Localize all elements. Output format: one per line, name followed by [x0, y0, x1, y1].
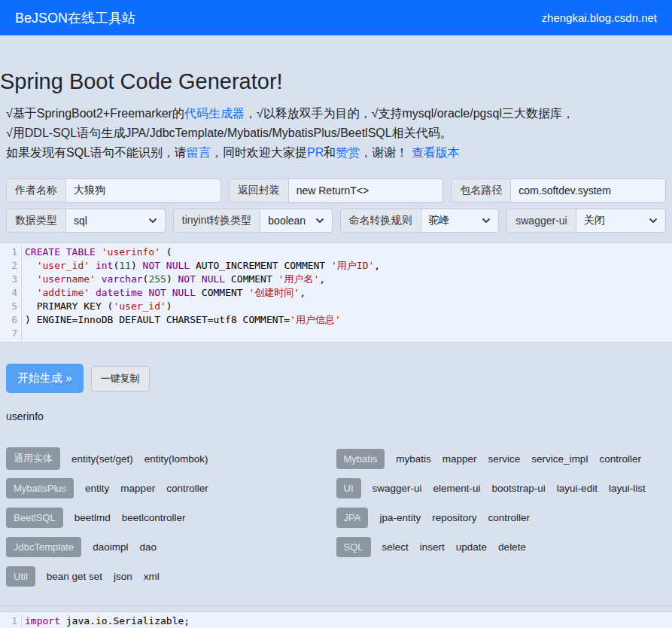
- swagger-ui-group: swagger-ui关闭: [506, 209, 666, 233]
- line-number: 5: [0, 300, 22, 313]
- sql-editor[interactable]: 1CREATE TABLE 'userinfo' (2 'user_id' in…: [0, 242, 672, 343]
- package-path-input[interactable]: [511, 178, 666, 203]
- common-entity-link-entity-lombok-[interactable]: entity(lombok): [144, 453, 208, 465]
- line-number: 6: [0, 313, 22, 327]
- code-content: [22, 327, 25, 340]
- copy-button[interactable]: 一键复制: [91, 366, 150, 392]
- generator-group-sql: SQLselectinsertupdatedelete: [336, 536, 667, 557]
- ui-link-element-ui[interactable]: element-ui: [433, 483, 481, 494]
- swagger-ui-selected-value: 关闭: [584, 214, 605, 227]
- intro-segment: 如果发现有SQL语句不能识别，请: [6, 146, 187, 159]
- code-content: 'user_id' int(11) NOT NULL AUTO_INCREMEN…: [22, 259, 380, 273]
- mybatis-badge: Mybatis: [336, 449, 385, 469]
- line-number: 7: [0, 327, 22, 340]
- return-wrapper-input[interactable]: [289, 178, 444, 203]
- code-line: 5 PRIMARY KEY ('user_id'): [0, 300, 672, 313]
- author-name-input[interactable]: [66, 178, 221, 203]
- tinyint-convert-type-selected-value: boolean: [268, 215, 306, 227]
- jpa-link-repository[interactable]: repository: [432, 512, 476, 523]
- data-type-select[interactable]: sql: [66, 209, 166, 233]
- mybatis-link-controller[interactable]: controller: [599, 453, 641, 465]
- generator-groups: 通用实体entity(set/get)entity(lombok)Mybatis…: [6, 448, 666, 595]
- mybatis-link-mybatis[interactable]: mybatis: [396, 453, 431, 465]
- action-bar: 开始生成 » 一键复制: [6, 364, 666, 393]
- jdbctemplate-link-dao[interactable]: dao: [140, 541, 157, 553]
- naming-rule-selected-value: 驼峰: [429, 214, 450, 227]
- ui-link-swagger-ui[interactable]: swagger-ui: [372, 483, 422, 494]
- generator-groups-right: Mybatismybatismapperserviceservice_implc…: [336, 448, 667, 595]
- form-row-2: 数据类型sqltinyint转换类型boolean命名转换规则驼峰swagger…: [6, 209, 666, 233]
- mybatisplus-link-controller[interactable]: controller: [166, 483, 208, 494]
- line-number: 2: [0, 259, 22, 273]
- intro-line: √基于SpringBoot2+Freemarker的代码生成器，√以释放双手为目…: [6, 104, 666, 123]
- beetlsql-link-beetlcontroller[interactable]: beetlcontroller: [122, 512, 186, 523]
- mybatis-link-service-impl[interactable]: service_impl: [531, 453, 588, 465]
- intro-link[interactable]: 查看版本: [412, 146, 460, 159]
- generator-group-beetlsql: BeetlSQLbeetlmdbeetlcontroller: [6, 507, 336, 528]
- code-line: 4 'addtime' datetime NOT NULL COMMENT '创…: [0, 286, 672, 300]
- mybatis-link-mapper[interactable]: mapper: [442, 453, 477, 465]
- code-content: 'username' varchar(255) NOT NULL COMMENT…: [22, 273, 325, 286]
- tinyint-convert-type-label: tinyint转换类型: [173, 209, 261, 233]
- code-content: PRIMARY KEY ('user_id'): [22, 300, 172, 313]
- jpa-link-jpa-entity[interactable]: jpa-entity: [379, 512, 421, 523]
- jpa-badge: JPA: [336, 508, 369, 528]
- intro-segment: ，同时欢迎大家提: [211, 146, 307, 159]
- ui-link-bootstrap-ui[interactable]: bootstrap-ui: [492, 483, 546, 494]
- form-row-1: 作者名称返回封装包名路径: [6, 178, 666, 203]
- naming-rule-select[interactable]: 驼峰: [421, 209, 500, 233]
- sql-link-select[interactable]: select: [382, 541, 409, 553]
- mybatisplus-link-entity[interactable]: entity: [85, 483, 109, 494]
- jdbctemplate-badge: JdbcTemplate: [6, 537, 81, 557]
- return-wrapper-label: 返回封装: [229, 178, 289, 203]
- intro-segment: √用DDL-SQL语句生成JPA/JdbcTemplate/Mybatis/My…: [6, 127, 452, 139]
- mybatisplus-link-mapper[interactable]: mapper: [120, 483, 155, 494]
- code-content: ) ENGINE=InnoDB DEFAULT CHARSET=utf8 COM…: [22, 313, 341, 327]
- java-output-editor[interactable]: 1import java.io.Serializable;2import lom…: [0, 611, 672, 628]
- ui-link-layui-edit[interactable]: layui-edit: [557, 483, 598, 494]
- chevron-down-icon: [482, 216, 491, 225]
- common-entity-link-entity-set-get-[interactable]: entity(set/get): [71, 453, 133, 465]
- site-brand[interactable]: BeJSON在线工具站: [15, 9, 135, 27]
- intro-segment: ，√以释放双手为目的，√支持mysql/oracle/pgsql三大数据库，: [245, 107, 574, 120]
- code-line: 1import java.io.Serializable;: [0, 614, 672, 628]
- line-number: 1: [0, 614, 22, 628]
- tinyint-convert-type-group: tinyint转换类型boolean: [173, 209, 333, 233]
- intro-link[interactable]: PR: [307, 146, 324, 159]
- code-content: CREATE TABLE 'userinfo' (: [22, 245, 172, 259]
- code-content: 'addtime' datetime NOT NULL COMMENT '创建时…: [22, 286, 306, 300]
- blog-link[interactable]: zhengkai.blog.csdn.net: [542, 11, 657, 24]
- section-divider: [0, 605, 672, 606]
- swagger-ui-label: swagger-ui: [506, 209, 576, 233]
- swagger-ui-select[interactable]: 关闭: [576, 209, 666, 233]
- intro-link[interactable]: 留言: [187, 146, 211, 159]
- sql-link-update[interactable]: update: [456, 541, 487, 553]
- common-entity-badge: 通用实体: [6, 447, 60, 470]
- generator-group-ui: UIswagger-uielement-uibootstrap-uilayui-…: [336, 477, 667, 498]
- mybatis-link-service[interactable]: service: [488, 453, 521, 465]
- data-type-group: 数据类型sql: [6, 209, 166, 233]
- generator-groups-left: 通用实体entity(set/get)entity(lombok)Mybatis…: [6, 448, 336, 595]
- jdbctemplate-link-daoimpl[interactable]: daoimpl: [93, 541, 128, 553]
- naming-rule-group: 命名转换规则驼峰: [340, 209, 500, 233]
- chevron-down-icon: [148, 216, 157, 225]
- line-number: 3: [0, 273, 22, 286]
- line-number: 1: [0, 245, 22, 259]
- util-link-xml[interactable]: xml: [144, 571, 160, 582]
- ui-badge: UI: [336, 478, 361, 498]
- tinyint-convert-type-select[interactable]: boolean: [260, 209, 332, 233]
- util-link-bean-get-set[interactable]: bean get set: [47, 571, 102, 582]
- util-link-json[interactable]: json: [114, 571, 132, 582]
- code-line: 2 'user_id' int(11) NOT NULL AUTO_INCREM…: [0, 259, 672, 273]
- generator-group-util: Utilbean get setjsonxml: [6, 566, 336, 587]
- jpa-link-controller[interactable]: controller: [488, 512, 530, 523]
- sql-link-insert[interactable]: insert: [420, 541, 445, 553]
- ui-link-layui-list[interactable]: layui-list: [609, 483, 646, 494]
- generator-group-jpa: JPAjpa-entityrepositorycontroller: [336, 507, 667, 528]
- generate-button[interactable]: 开始生成 »: [6, 364, 84, 393]
- intro-link[interactable]: 赞赏: [336, 146, 360, 159]
- beetlsql-link-beetlmd[interactable]: beetlmd: [74, 512, 111, 523]
- package-path-label: 包名路径: [451, 178, 511, 203]
- intro-link[interactable]: 代码生成器: [184, 107, 245, 120]
- sql-link-delete[interactable]: delete: [498, 541, 526, 553]
